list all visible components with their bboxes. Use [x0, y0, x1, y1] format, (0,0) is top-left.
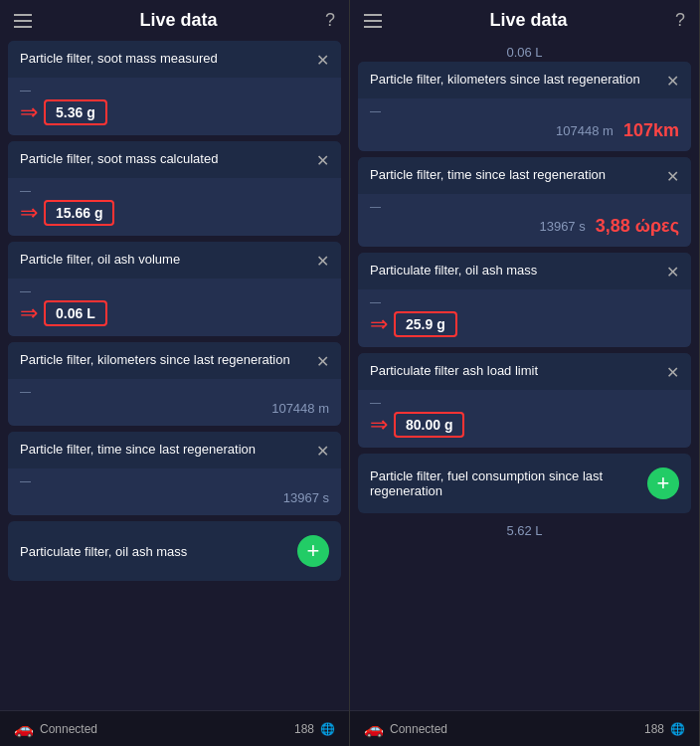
footer-number: 188 🌐	[294, 722, 335, 736]
card-title: Particle filter, soot mass measured	[20, 51, 308, 68]
card-header: Particle filter, time since last regener…	[358, 157, 691, 194]
value-row: 107448 m 107km	[370, 120, 679, 141]
footer-connection: 🚗 Connected	[14, 719, 97, 738]
raw-value: 13967 s	[283, 490, 329, 505]
add-button[interactable]: +	[297, 535, 329, 567]
arrow-icon: ⇒	[20, 101, 38, 123]
footer-num-right: 188	[644, 722, 664, 736]
value-text: 25.9 g	[406, 316, 445, 332]
footer-number-right: 188 🌐	[644, 722, 685, 736]
left-footer: 🚗 Connected 188 🌐	[0, 710, 349, 746]
car-icon: 🚗	[14, 719, 34, 738]
card-km-regen-right: Particle filter, kilometers since last r…	[358, 62, 691, 151]
globe-icon-right: 🌐	[670, 722, 685, 736]
value-row: 107448 m	[20, 401, 329, 416]
close-icon[interactable]: ✕	[316, 442, 329, 461]
card-header: Particulate filter, oil ash mass ✕	[358, 253, 691, 289]
value-box: 25.9 g	[394, 311, 457, 337]
value-box: 15.66 g	[44, 200, 114, 226]
value-row: 13967 s 3,88 ώρες	[370, 216, 679, 237]
close-icon[interactable]: ✕	[666, 72, 679, 91]
card-body: — ⇒ 15.66 g	[8, 178, 341, 236]
card-sub: —	[20, 84, 329, 95]
close-icon[interactable]: ✕	[316, 352, 329, 371]
close-icon[interactable]: ✕	[316, 151, 329, 170]
card-soot-mass-calculated: Particle filter, soot mass calculated ✕ …	[8, 141, 341, 236]
add-button-right[interactable]: +	[647, 467, 679, 499]
globe-icon: 🌐	[320, 722, 335, 736]
card-sub: —	[20, 474, 329, 486]
card-header: Particle filter, oil ash volume ✕	[8, 242, 341, 279]
card-header: Particulate filter ash load limit ✕	[358, 353, 691, 390]
card-title: Particulate filter, oil ash mass	[370, 263, 658, 280]
right-footer: 🚗 Connected 188 🌐	[350, 710, 699, 746]
card-title: Particulate filter ash load limit	[370, 363, 658, 380]
close-icon[interactable]: ✕	[666, 167, 679, 186]
arrow-value-row: ⇒ 0.06 L	[20, 300, 329, 326]
card-sub: —	[370, 396, 679, 408]
left-help-icon[interactable]: ?	[325, 10, 335, 31]
car-icon-right: 🚗	[364, 719, 384, 738]
close-icon[interactable]: ✕	[316, 252, 329, 271]
connection-status-right: Connected	[390, 722, 447, 736]
card-oil-ash-volume: Particle filter, oil ash volume ✕ — ⇒ 0.…	[8, 242, 341, 336]
close-icon[interactable]: ✕	[666, 363, 679, 382]
arrow-icon: ⇒	[370, 414, 388, 436]
card-sub: —	[20, 385, 329, 397]
arrow-icon: ⇒	[20, 302, 38, 324]
card-sub: —	[370, 200, 679, 212]
right-scroll-area: 0.06 L Particle filter, kilometers since…	[350, 41, 699, 710]
card-body: — 13967 s 3,88 ώρες	[358, 194, 691, 247]
footer-connection-right: 🚗 Connected	[364, 719, 447, 738]
card-title: Particle filter, kilometers since last r…	[20, 352, 308, 369]
right-panel: Live data ? 0.06 L Particle filter, kilo…	[350, 0, 700, 746]
card-time-since-regen: Particle filter, time since last regener…	[8, 432, 341, 515]
bottom-carryover-value: 5.62 L	[358, 519, 691, 540]
footer-num: 188	[294, 722, 314, 736]
add-card-title: Particle filter, fuel consumption since …	[370, 468, 647, 498]
right-header: Live data ?	[350, 0, 699, 41]
value-text: 5.36 g	[56, 104, 95, 120]
card-title: Particle filter, time since last regener…	[20, 442, 308, 459]
hamburger-menu-right[interactable]	[364, 14, 382, 28]
value-text: 15.66 g	[56, 205, 102, 221]
card-header: Particle filter, soot mass calculated ✕	[8, 141, 341, 178]
arrow-value-row: ⇒ 25.9 g	[370, 311, 679, 337]
arrow-icon: ⇒	[370, 313, 388, 335]
hamburger-menu[interactable]	[14, 14, 32, 28]
card-body: — ⇒ 80.00 g	[358, 390, 691, 448]
top-carryover-value: 0.06 L	[358, 41, 691, 62]
value-box: 5.36 g	[44, 99, 107, 125]
card-body: — ⇒ 5.36 g	[8, 78, 341, 135]
card-header: Particle filter, kilometers since last r…	[8, 342, 341, 379]
card-soot-mass-measured: Particle filter, soot mass measured ✕ — …	[8, 41, 341, 135]
close-icon[interactable]: ✕	[316, 51, 329, 70]
card-sub: —	[20, 284, 329, 296]
card-oil-ash-mass-add: Particulate filter, oil ash mass +	[8, 521, 341, 581]
value-text: 0.06 L	[56, 305, 95, 321]
card-header: Particle filter, kilometers since last r…	[358, 62, 691, 98]
value-box: 80.00 g	[394, 412, 464, 438]
arrow-value-row: ⇒ 80.00 g	[370, 412, 679, 438]
connection-status: Connected	[40, 722, 97, 736]
card-time-regen-right: Particle filter, time since last regener…	[358, 157, 691, 247]
raw-value: 13967 s	[539, 219, 585, 234]
value-box: 0.06 L	[44, 300, 107, 326]
highlight-value: 107km	[623, 120, 679, 141]
right-help-icon[interactable]: ?	[675, 10, 685, 31]
card-oil-ash-mass-right: Particulate filter, oil ash mass ✕ — ⇒ 2…	[358, 253, 691, 347]
card-body: — 13967 s	[8, 468, 341, 515]
close-icon[interactable]: ✕	[666, 263, 679, 281]
arrow-value-row: ⇒ 15.66 g	[20, 200, 329, 226]
left-header-title: Live data	[139, 10, 217, 31]
card-body: — 107448 m 107km	[358, 98, 691, 151]
highlight-value: 3,88 ώρες	[596, 216, 679, 237]
card-title: Particle filter, oil ash volume	[20, 252, 308, 269]
card-sub: —	[370, 295, 679, 307]
value-row: 13967 s	[20, 490, 329, 505]
raw-value: 107448 m	[556, 123, 613, 138]
card-header: Particle filter, soot mass measured ✕	[8, 41, 341, 78]
card-body: — ⇒ 25.9 g	[358, 289, 691, 347]
card-ash-load-limit: Particulate filter ash load limit ✕ — ⇒ …	[358, 353, 691, 448]
card-body: — 107448 m	[8, 379, 341, 426]
